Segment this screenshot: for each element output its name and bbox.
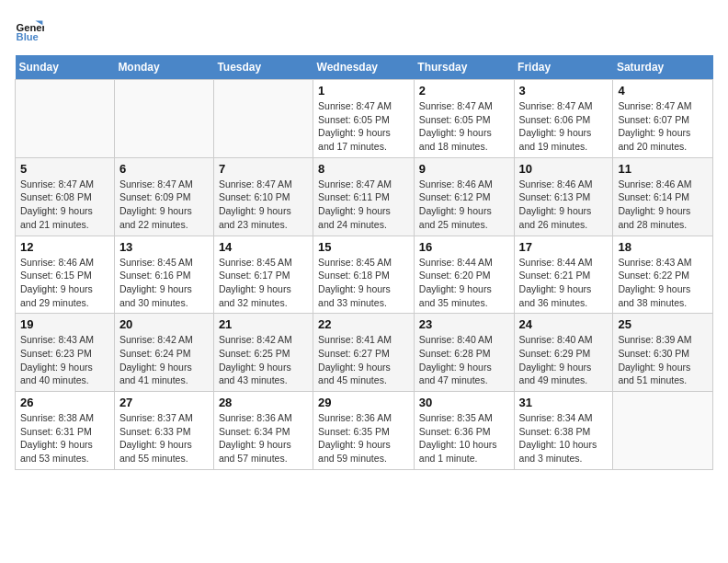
calendar-cell: 18Sunrise: 8:43 AM Sunset: 6:22 PM Dayli…	[613, 236, 713, 314]
calendar-cell: 23Sunrise: 8:40 AM Sunset: 6:28 PM Dayli…	[414, 314, 514, 392]
day-number: 13	[119, 240, 209, 254]
day-info: Sunrise: 8:39 AM Sunset: 6:30 PM Dayligh…	[618, 333, 708, 387]
day-info: Sunrise: 8:45 AM Sunset: 6:17 PM Dayligh…	[219, 256, 308, 310]
calendar-week-row: 26Sunrise: 8:38 AM Sunset: 6:31 PM Dayli…	[16, 392, 713, 470]
day-number: 29	[318, 396, 409, 409]
day-number: 5	[20, 162, 109, 176]
svg-text:Blue: Blue	[17, 31, 39, 42]
calendar-cell: 29Sunrise: 8:36 AM Sunset: 6:35 PM Dayli…	[313, 392, 415, 470]
day-info: Sunrise: 8:40 AM Sunset: 6:29 PM Dayligh…	[519, 333, 609, 387]
day-number: 27	[119, 396, 209, 409]
calendar-cell: 13Sunrise: 8:45 AM Sunset: 6:16 PM Dayli…	[114, 236, 213, 314]
day-number: 18	[618, 240, 708, 254]
day-info: Sunrise: 8:43 AM Sunset: 6:22 PM Dayligh…	[618, 256, 708, 310]
calendar-cell: 7Sunrise: 8:47 AM Sunset: 6:10 PM Daylig…	[213, 157, 313, 236]
calendar-week-row: 1Sunrise: 8:47 AM Sunset: 6:05 PM Daylig…	[16, 80, 713, 158]
calendar-cell	[114, 80, 213, 158]
day-info: Sunrise: 8:46 AM Sunset: 6:13 PM Dayligh…	[519, 178, 609, 232]
day-header-monday: Monday	[114, 55, 213, 80]
day-number: 4	[618, 84, 708, 98]
day-info: Sunrise: 8:42 AM Sunset: 6:25 PM Dayligh…	[219, 333, 308, 387]
calendar-cell: 5Sunrise: 8:47 AM Sunset: 6:08 PM Daylig…	[16, 157, 115, 236]
calendar-cell: 4Sunrise: 8:47 AM Sunset: 6:07 PM Daylig…	[613, 80, 713, 158]
calendar-cell: 20Sunrise: 8:42 AM Sunset: 6:24 PM Dayli…	[114, 314, 213, 392]
calendar-cell: 27Sunrise: 8:37 AM Sunset: 6:33 PM Dayli…	[114, 392, 213, 470]
calendar-cell: 8Sunrise: 8:47 AM Sunset: 6:11 PM Daylig…	[313, 157, 415, 236]
day-number: 6	[119, 162, 209, 176]
day-header-saturday: Saturday	[613, 55, 713, 80]
calendar-cell: 17Sunrise: 8:44 AM Sunset: 6:21 PM Dayli…	[514, 236, 613, 314]
day-info: Sunrise: 8:43 AM Sunset: 6:23 PM Dayligh…	[20, 333, 109, 387]
calendar-cell: 24Sunrise: 8:40 AM Sunset: 6:29 PM Dayli…	[514, 314, 613, 392]
day-info: Sunrise: 8:36 AM Sunset: 6:35 PM Dayligh…	[318, 411, 409, 465]
day-number: 7	[219, 162, 308, 176]
day-info: Sunrise: 8:45 AM Sunset: 6:18 PM Dayligh…	[318, 256, 409, 310]
calendar-week-row: 19Sunrise: 8:43 AM Sunset: 6:23 PM Dayli…	[16, 314, 713, 392]
day-number: 9	[419, 162, 509, 176]
day-number: 19	[20, 317, 109, 331]
day-header-friday: Friday	[514, 55, 613, 80]
day-header-sunday: Sunday	[16, 55, 115, 80]
day-info: Sunrise: 8:37 AM Sunset: 6:33 PM Dayligh…	[119, 411, 209, 465]
day-info: Sunrise: 8:41 AM Sunset: 6:27 PM Dayligh…	[318, 333, 409, 387]
calendar-cell: 19Sunrise: 8:43 AM Sunset: 6:23 PM Dayli…	[16, 314, 115, 392]
day-number: 20	[119, 317, 209, 331]
day-info: Sunrise: 8:47 AM Sunset: 6:09 PM Dayligh…	[119, 178, 209, 232]
day-number: 28	[219, 396, 308, 409]
day-number: 24	[519, 317, 609, 331]
day-header-thursday: Thursday	[414, 55, 514, 80]
calendar-cell: 25Sunrise: 8:39 AM Sunset: 6:30 PM Dayli…	[613, 314, 713, 392]
day-info: Sunrise: 8:35 AM Sunset: 6:36 PM Dayligh…	[419, 411, 509, 465]
day-number: 1	[318, 84, 409, 98]
day-info: Sunrise: 8:34 AM Sunset: 6:38 PM Dayligh…	[519, 411, 609, 465]
day-number: 12	[20, 240, 109, 254]
day-info: Sunrise: 8:46 AM Sunset: 6:14 PM Dayligh…	[618, 178, 708, 232]
day-info: Sunrise: 8:44 AM Sunset: 6:20 PM Dayligh…	[419, 256, 509, 310]
calendar-week-row: 12Sunrise: 8:46 AM Sunset: 6:15 PM Dayli…	[16, 236, 713, 314]
day-header-wednesday: Wednesday	[313, 55, 415, 80]
day-number: 3	[519, 84, 609, 98]
day-info: Sunrise: 8:45 AM Sunset: 6:16 PM Dayligh…	[119, 256, 209, 310]
day-number: 15	[318, 240, 409, 254]
calendar-table: SundayMondayTuesdayWednesdayThursdayFrid…	[15, 55, 713, 470]
day-info: Sunrise: 8:47 AM Sunset: 6:10 PM Dayligh…	[219, 178, 308, 232]
calendar-cell: 14Sunrise: 8:45 AM Sunset: 6:17 PM Dayli…	[213, 236, 313, 314]
calendar-cell: 15Sunrise: 8:45 AM Sunset: 6:18 PM Dayli…	[313, 236, 415, 314]
day-info: Sunrise: 8:46 AM Sunset: 6:15 PM Dayligh…	[20, 256, 109, 310]
calendar-cell: 31Sunrise: 8:34 AM Sunset: 6:38 PM Dayli…	[514, 392, 613, 470]
calendar-cell: 2Sunrise: 8:47 AM Sunset: 6:05 PM Daylig…	[414, 80, 514, 158]
calendar-cell: 9Sunrise: 8:46 AM Sunset: 6:12 PM Daylig…	[414, 157, 514, 236]
day-number: 10	[519, 162, 609, 176]
calendar-cell	[213, 80, 313, 158]
calendar-cell: 3Sunrise: 8:47 AM Sunset: 6:06 PM Daylig…	[514, 80, 613, 158]
day-info: Sunrise: 8:47 AM Sunset: 6:06 PM Dayligh…	[519, 99, 609, 154]
day-info: Sunrise: 8:40 AM Sunset: 6:28 PM Dayligh…	[419, 333, 509, 387]
day-info: Sunrise: 8:47 AM Sunset: 6:07 PM Dayligh…	[618, 99, 708, 154]
day-header-tuesday: Tuesday	[213, 55, 313, 80]
day-info: Sunrise: 8:47 AM Sunset: 6:08 PM Dayligh…	[20, 178, 109, 232]
logo: General Blue	[15, 15, 48, 44]
calendar-cell	[16, 80, 115, 158]
day-number: 25	[618, 317, 708, 331]
day-number: 30	[419, 396, 509, 409]
calendar-cell: 22Sunrise: 8:41 AM Sunset: 6:27 PM Dayli…	[313, 314, 415, 392]
day-number: 2	[419, 84, 509, 98]
calendar-cell: 11Sunrise: 8:46 AM Sunset: 6:14 PM Dayli…	[613, 157, 713, 236]
day-number: 8	[318, 162, 409, 176]
day-number: 21	[219, 317, 308, 331]
day-number: 22	[318, 317, 409, 331]
calendar-header-row: SundayMondayTuesdayWednesdayThursdayFrid…	[16, 55, 713, 80]
calendar-cell: 21Sunrise: 8:42 AM Sunset: 6:25 PM Dayli…	[213, 314, 313, 392]
day-number: 17	[519, 240, 609, 254]
day-number: 14	[219, 240, 308, 254]
day-number: 23	[419, 317, 509, 331]
calendar-cell: 16Sunrise: 8:44 AM Sunset: 6:20 PM Dayli…	[414, 236, 514, 314]
logo-icon: General Blue	[15, 15, 44, 44]
day-info: Sunrise: 8:36 AM Sunset: 6:34 PM Dayligh…	[219, 411, 308, 465]
day-number: 31	[519, 396, 609, 409]
calendar-cell: 10Sunrise: 8:46 AM Sunset: 6:13 PM Dayli…	[514, 157, 613, 236]
day-info: Sunrise: 8:46 AM Sunset: 6:12 PM Dayligh…	[419, 178, 509, 232]
day-info: Sunrise: 8:42 AM Sunset: 6:24 PM Dayligh…	[119, 333, 209, 387]
calendar-cell: 26Sunrise: 8:38 AM Sunset: 6:31 PM Dayli…	[16, 392, 115, 470]
day-info: Sunrise: 8:44 AM Sunset: 6:21 PM Dayligh…	[519, 256, 609, 310]
